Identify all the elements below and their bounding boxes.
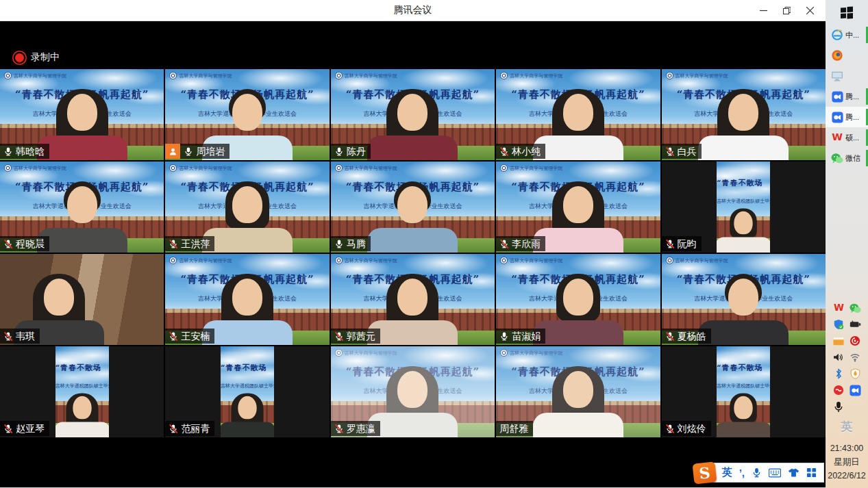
- participant-tile[interactable]: 吉林大学商学与管理学院“青春不散场 扬帆再起航”吉林大学退税团队硕士毕业生欢送会…: [662, 346, 826, 437]
- participant-tile[interactable]: 吉林大学商学与管理学院“青春不散场 扬帆再起航”吉林大学退税团队硕士毕业生欢送会…: [165, 162, 329, 253]
- participant-tile[interactable]: 吉林大学商学与管理学院“青春不散场 扬帆再起航”吉林大学退税团队硕士毕业生欢送会…: [0, 346, 164, 437]
- participant-label: 林小纯: [496, 144, 545, 159]
- person-head: [44, 279, 74, 316]
- participant-tile[interactable]: 吉林大学商学与管理学院“青春不散场 扬帆再起航”吉林大学退税团队硕士毕业生欢送会…: [165, 254, 329, 345]
- background-org-watermark: 吉林大学商学与管理学院: [4, 72, 66, 79]
- participant-name: 王安楠: [181, 330, 210, 342]
- participant-tile[interactable]: 吉林大学商学与管理学院“青春不散场 扬帆再起航”吉林大学退税团队硕士毕业生欢送会…: [331, 69, 495, 160]
- ime-keyboard-icon[interactable]: [769, 468, 781, 478]
- taskbar-ime-indicator[interactable]: 英: [841, 419, 853, 435]
- network-signal-icon[interactable]: [850, 352, 861, 363]
- mic-muted-icon: [3, 424, 13, 434]
- wps-small-icon[interactable]: W: [833, 303, 845, 314]
- wps-icon: W: [831, 131, 843, 144]
- participant-name: 韦琪: [16, 330, 35, 342]
- participant-tile[interactable]: 吉林大学商学与管理学院“青春不散场 扬帆再起航”吉林大学退税团队硕士毕业生欢送会…: [331, 162, 495, 253]
- person-head: [563, 186, 593, 223]
- background-org-watermark: 吉林大学商学与管理学院: [169, 257, 232, 264]
- mic-icon: [334, 239, 344, 249]
- microphone-icon[interactable]: [833, 401, 845, 413]
- bluetooth-icon[interactable]: [833, 368, 845, 380]
- tencent-meeting-icon: [831, 90, 843, 103]
- ime-toolbox-icon[interactable]: [806, 467, 817, 478]
- tencent-meeting-small-icon[interactable]: [850, 385, 861, 396]
- participant-tile[interactable]: 吉林大学商学与管理学院“青春不散场 扬帆再起航”吉林大学退税团队硕士毕业生欢送会…: [331, 346, 495, 437]
- participant-grid: 吉林大学商学与管理学院“青春不散场 扬帆再起航”吉林大学退税团队硕士毕业生欢送会…: [0, 69, 826, 437]
- university-logo-icon: [666, 257, 673, 264]
- participant-name: 李欣雨: [512, 237, 541, 250]
- clock-date: 2022/6/12: [828, 469, 866, 483]
- campus-building: [496, 401, 660, 423]
- person-torso: [202, 228, 293, 253]
- participant-tile[interactable]: 吉林大学商学与管理学院“青春不散场 扬帆再起航”吉林大学退税团队硕士毕业生欢送会…: [165, 69, 329, 160]
- security-shield-icon[interactable]: [833, 319, 845, 331]
- sogou-logo-icon[interactable]: S: [692, 461, 717, 484]
- mic-muted-icon: [169, 239, 178, 249]
- person-torso: [717, 237, 770, 253]
- taskbar-clock[interactable]: 21:43:00 星期日 2022/6/12: [828, 441, 866, 485]
- person-head: [67, 94, 97, 131]
- background-banner-subtitle: 吉林大学退税团队硕士毕业生欢送会: [55, 383, 109, 389]
- taskbar-item-firefox[interactable]: [826, 45, 868, 66]
- participant-mini-video: 吉林大学商学与管理学院“青春不散场 扬帆再起航”吉林大学退税团队硕士毕业生欢送会: [717, 162, 770, 253]
- taskbar-item-tencent-meeting[interactable]: 腾...: [826, 107, 868, 127]
- wechat-small-icon[interactable]: [850, 303, 861, 314]
- music-red-icon[interactable]: [850, 335, 861, 347]
- participant-tile[interactable]: 韦琪: [0, 254, 164, 345]
- sogou-ime-bar: S 英 ’,: [693, 463, 824, 482]
- participant-tile[interactable]: 吉林大学商学与管理学院“青春不散场 扬帆再起航”吉林大学退税团队硕士毕业生欢送会…: [662, 69, 826, 160]
- participant-tile[interactable]: 吉林大学商学与管理学院“青春不散场 扬帆再起航”吉林大学退税团队硕士毕业生欢送会…: [331, 254, 495, 345]
- person-torso: [202, 320, 293, 345]
- participant-tile[interactable]: 吉林大学商学与管理学院“青春不散场 扬帆再起航”吉林大学退税团队硕士毕业生欢送会…: [496, 162, 660, 253]
- close-button[interactable]: [798, 0, 821, 21]
- participant-tile[interactable]: 吉林大学商学与管理学院“青春不散场 扬帆再起航”吉林大学退税团队硕士毕业生欢送会…: [0, 69, 164, 160]
- participant-tile[interactable]: 吉林大学商学与管理学院“青春不散场 扬帆再起航”吉林大学退税团队硕士毕业生欢送会…: [496, 346, 660, 437]
- participant-tile[interactable]: 吉林大学商学与管理学院“青春不散场 扬帆再起航”吉林大学退税团队硕士毕业生欢送会…: [662, 254, 826, 345]
- ime-voice-icon[interactable]: [752, 467, 762, 478]
- university-logo-icon: [500, 349, 508, 357]
- host-person-icon: [169, 147, 177, 156]
- svg-text:W: W: [832, 132, 843, 142]
- university-logo-icon: [335, 257, 343, 264]
- participant-tile[interactable]: 吉林大学商学与管理学院“青春不散场 扬帆再起航”吉林大学退税团队硕士毕业生欢送会…: [496, 69, 660, 160]
- monitor-icon: [831, 70, 843, 82]
- background-org-watermark: 吉林大学商学与管理学院: [335, 257, 397, 264]
- shield-orange-icon[interactable]: [850, 368, 861, 380]
- participant-label: 王安楠: [165, 329, 214, 344]
- participant-tile[interactable]: 吉林大学商学与管理学院“青春不散场 扬帆再起航”吉林大学退税团队硕士毕业生欢送会…: [662, 162, 826, 253]
- taskbar-item-monitor[interactable]: [826, 66, 868, 86]
- tencent-meeting-icon: [831, 111, 843, 123]
- taskbar-item-wps[interactable]: W硕...: [826, 127, 868, 148]
- restore-button[interactable]: [775, 0, 798, 21]
- taskbar-item-internet-explorer[interactable]: 中...: [826, 25, 868, 45]
- participant-name: 夏杨皓: [678, 330, 706, 342]
- minimize-button[interactable]: [752, 0, 775, 21]
- battery-icon[interactable]: [850, 319, 861, 331]
- participant-tile[interactable]: 吉林大学商学与管理学院“青春不散场 扬帆再起航”吉林大学退税团队硕士毕业生欢送会…: [0, 162, 164, 253]
- participant-label: 罗惠瀛: [331, 421, 380, 436]
- participant-tile[interactable]: 吉林大学商学与管理学院“青春不散场 扬帆再起航”吉林大学退税团队硕士毕业生欢送会…: [165, 346, 329, 437]
- person-head: [734, 211, 753, 234]
- person-head: [563, 371, 593, 408]
- ime-language-mode[interactable]: 英: [722, 466, 732, 479]
- mic-muted-icon: [169, 331, 178, 342]
- virtual-background: 吉林大学商学与管理学院“青春不散场 扬帆再起航”吉林大学退税团队硕士毕业生欢送会: [55, 346, 109, 437]
- participant-tile[interactable]: 吉林大学商学与管理学院“青春不散场 扬帆再起航”吉林大学退税团队硕士毕业生欢送会…: [496, 254, 660, 345]
- background-org-text: 吉林大学商学与管理学院: [510, 165, 562, 172]
- speaker-icon[interactable]: [833, 352, 845, 363]
- window-orange-icon[interactable]: [833, 335, 845, 347]
- taskbar-item-label: 腾...: [845, 92, 859, 102]
- participant-label: 阮昀: [662, 236, 702, 251]
- taskbar-item-tencent-meeting[interactable]: 腾...: [826, 86, 868, 107]
- start-button[interactable]: [826, 1, 868, 25]
- mic-muted-icon: [169, 239, 178, 249]
- red-app-icon[interactable]: [833, 385, 845, 396]
- participant-label: 白兵: [662, 144, 702, 159]
- taskbar-item-wechat[interactable]: 微信: [826, 148, 868, 168]
- ime-punctuation[interactable]: ’,: [739, 467, 745, 478]
- participant-person: [717, 209, 770, 253]
- ime-skin-icon[interactable]: [788, 467, 799, 478]
- mic-muted-icon: [169, 424, 178, 434]
- mic-muted-icon: [3, 331, 13, 342]
- background-org-text: 吉林大学商学与管理学院: [345, 73, 397, 79]
